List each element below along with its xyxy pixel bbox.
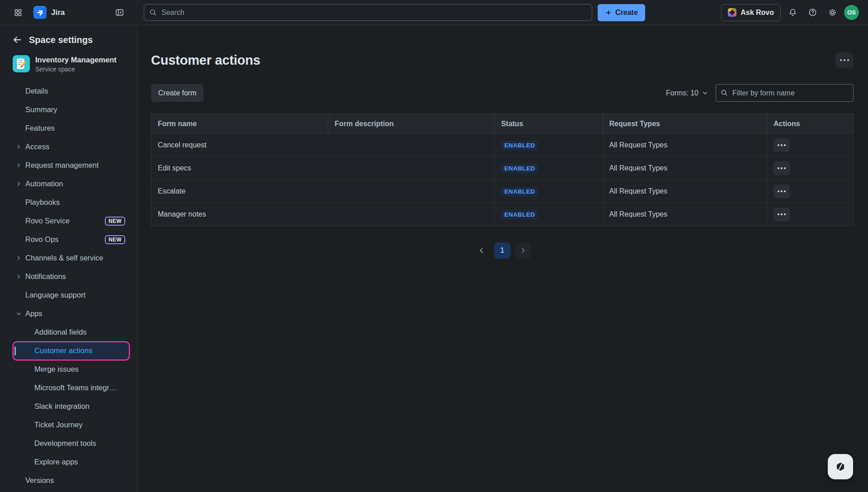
cell-request-types: All Request Types <box>603 203 767 226</box>
sidebar-title: Space settings <box>29 35 93 45</box>
cell-status: ENABLED <box>495 157 603 180</box>
sidebar-item-playbooks[interactable]: Playbooks <box>14 194 129 211</box>
back-arrow-icon <box>12 35 22 45</box>
ellipsis-icon <box>778 167 779 169</box>
cell-form-name: Edit specs <box>151 157 328 180</box>
sidebar-item-notifications[interactable]: Notifications <box>14 268 129 285</box>
plus-icon <box>605 9 612 16</box>
create-button[interactable]: Create <box>598 4 645 21</box>
sidebar-item-apps[interactable]: Apps <box>14 305 129 322</box>
cell-request-types: All Request Types <box>603 134 767 157</box>
app-switcher-button[interactable] <box>10 5 26 21</box>
space-name: Inventory Management <box>35 55 117 65</box>
new-badge: NEW <box>105 217 125 226</box>
search-input[interactable] <box>144 4 592 21</box>
filter-by-form-name-input[interactable] <box>716 84 854 102</box>
sidebar-item-customer-actions[interactable]: Customer actions <box>14 342 129 360</box>
rovo-icon <box>728 8 736 17</box>
pagination-page-1[interactable]: 1 <box>494 242 510 259</box>
column-header-form-description: Form description <box>328 114 495 134</box>
chevron-icon <box>15 218 25 225</box>
sidebar-nav: Details Summary Features Access Request <box>0 83 137 489</box>
row-actions-button[interactable] <box>774 161 790 175</box>
sidebar-item-slack-integration[interactable]: Slack integration <box>14 398 129 415</box>
row-actions-button[interactable] <box>774 138 790 152</box>
row-actions-button[interactable] <box>774 184 790 198</box>
cell-form-name: Escalate <box>151 180 328 203</box>
back-button[interactable] <box>12 34 23 45</box>
forms-table: Form name Form description Status Reques… <box>151 114 854 226</box>
cell-form-name: Manager notes <box>151 203 328 226</box>
top-navigation-bar: Jira Create Ask Rovo OS <box>0 0 868 25</box>
chevron-icon <box>24 329 34 336</box>
sidebar-item-ticket-journey[interactable]: Ticket Journey <box>14 416 129 434</box>
status-badge: ENABLED <box>501 164 538 173</box>
cell-actions <box>767 134 853 157</box>
column-header-request-types: Request Types <box>603 114 767 134</box>
ellipsis-icon <box>778 144 779 146</box>
ask-rovo-button[interactable]: Ask Rovo <box>721 4 781 21</box>
cell-actions <box>767 157 853 180</box>
widget-launcher-button[interactable] <box>828 454 853 479</box>
status-badge: ENABLED <box>501 210 538 219</box>
cell-form-description <box>328 134 495 157</box>
cell-actions <box>767 203 853 226</box>
pagination-previous-button[interactable] <box>473 242 490 259</box>
row-actions-button[interactable] <box>774 208 790 221</box>
sidebar-item-channels-self-service[interactable]: Channels & self service <box>14 250 129 267</box>
sidebar-item-development-tools[interactable]: Development tools <box>14 435 129 452</box>
product-name: Jira <box>51 8 65 17</box>
sidebar-item-rovo-service[interactable]: Rovo Service NEW <box>14 213 129 230</box>
cell-form-name: Cancel request <box>151 134 328 157</box>
sidebar-item-versions[interactable]: Versions <box>14 472 129 489</box>
bell-icon <box>788 8 797 17</box>
chevron-icon <box>15 255 25 262</box>
chevron-icon <box>15 88 25 95</box>
settings-button[interactable] <box>824 5 840 21</box>
collapse-sidebar-button[interactable] <box>111 5 127 21</box>
sidebar-item-additional-fields[interactable]: Additional fields <box>14 324 129 341</box>
table-header-row: Form name Form description Status Reques… <box>151 114 854 134</box>
sidebar-item-summary[interactable]: Summary <box>14 101 129 118</box>
chevron-icon <box>15 310 25 317</box>
sidebar-item-language-support[interactable]: Language support <box>14 287 129 304</box>
user-avatar[interactable]: OS <box>844 5 859 20</box>
table-row: Escalate ENABLED All Request Types <box>151 180 854 203</box>
collapse-sidebar-icon <box>115 8 124 17</box>
sidebar-item-rovo-ops[interactable]: Rovo Ops NEW <box>14 231 129 248</box>
sidebar-item-automation[interactable]: Automation <box>14 175 129 193</box>
sidebar-item-features[interactable]: Features <box>14 120 129 137</box>
notifications-button[interactable] <box>784 5 801 21</box>
sidebar-item-request-management[interactable]: Request management <box>14 157 129 174</box>
chevron-icon <box>15 180 25 188</box>
cell-form-description <box>328 157 495 180</box>
chevron-icon <box>24 459 34 466</box>
cell-form-description <box>328 180 495 203</box>
chevron-icon <box>15 273 25 280</box>
sidebar-item-microsoft-teams-integr[interactable]: Microsoft Teams integr… <box>14 379 129 397</box>
chevron-icon <box>24 421 34 429</box>
question-circle-icon <box>808 8 817 17</box>
page-more-options-button[interactable] <box>835 52 854 68</box>
space-card: Inventory Management Service space <box>13 55 137 73</box>
cell-status: ENABLED <box>495 203 603 226</box>
ellipsis-icon <box>840 59 842 61</box>
table-row: Edit specs ENABLED All Request Types <box>151 157 854 180</box>
pagination-next-button[interactable] <box>515 242 531 259</box>
topbar-left: Jira <box>0 5 137 21</box>
sidebar-item-details[interactable]: Details <box>14 83 129 100</box>
forms-count-dropdown[interactable]: Forms: 10 <box>666 89 708 97</box>
jira-logo-icon <box>33 6 47 19</box>
space-type: Service space <box>35 66 117 73</box>
sidebar-item-access[interactable]: Access <box>14 138 129 156</box>
sidebar-item-explore-apps[interactable]: Explore apps <box>14 454 129 471</box>
column-header-actions: Actions <box>767 114 853 134</box>
filter-field <box>716 84 854 102</box>
table-row: Manager notes ENABLED All Request Types <box>151 203 854 226</box>
global-search <box>144 4 592 21</box>
cell-request-types: All Request Types <box>603 180 767 203</box>
sidebar-item-merge-issues[interactable]: Merge issues <box>14 361 129 378</box>
status-badge: ENABLED <box>501 187 538 196</box>
create-form-button[interactable]: Create form <box>151 84 203 102</box>
help-button[interactable] <box>804 5 821 21</box>
